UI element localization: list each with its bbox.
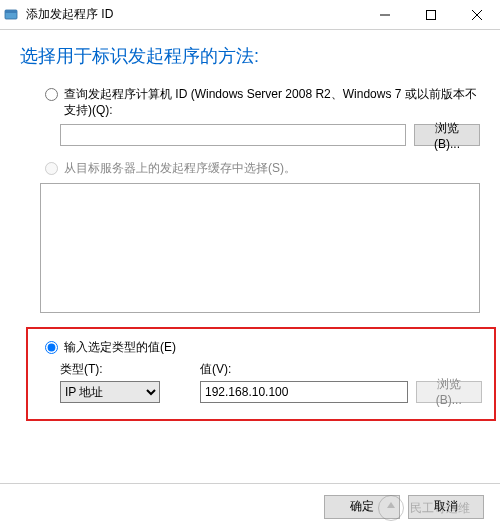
radio-query-computer-id-label: 查询发起程序计算机 ID (Windows Server 2008 R2、Win… [64,86,480,118]
value-input[interactable] [200,381,408,403]
close-button[interactable] [454,0,500,30]
browse-computer-id-button[interactable]: 浏览(B)... [414,124,480,146]
dialog-footer: 确定 取消 民工哥运维 [0,483,500,529]
radio-enter-value-label: 输入选定类型的值(E) [64,339,176,355]
app-icon [0,0,24,30]
type-label: 类型(T): [60,361,160,378]
initiator-cache-list [40,183,480,313]
title-bar: 添加发起程序 ID [0,0,500,30]
selected-option-highlight: 输入选定类型的值(E) 类型(T): IP 地址 值(V): 浏览(B)... [26,327,496,421]
value-label: 值(V): [200,361,482,378]
ok-button[interactable]: 确定 [324,495,400,519]
maximize-button[interactable] [408,0,454,30]
cancel-button[interactable]: 取消 [408,495,484,519]
window-title: 添加发起程序 ID [24,6,362,23]
radio-select-from-cache-label: 从目标服务器上的发起程序缓存中选择(S)。 [64,160,296,176]
computer-id-input[interactable] [60,124,406,146]
radio-query-computer-id[interactable] [45,88,58,101]
radio-enter-value[interactable] [45,341,58,354]
svg-rect-1 [5,10,17,13]
page-heading: 选择用于标识发起程序的方法: [0,36,500,86]
browse-value-button: 浏览(B)... [416,381,482,403]
type-select[interactable]: IP 地址 [60,381,160,403]
svg-rect-3 [427,10,436,19]
radio-select-from-cache [45,162,58,175]
minimize-button[interactable] [362,0,408,30]
